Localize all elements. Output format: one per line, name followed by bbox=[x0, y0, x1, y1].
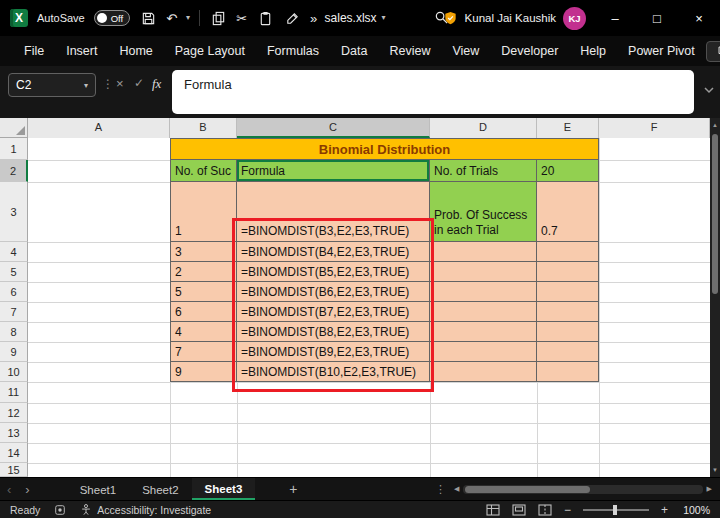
horizontal-scrollbar-thumb[interactable] bbox=[465, 486, 589, 493]
tab-formulas[interactable]: Formulas bbox=[256, 44, 330, 58]
cell-B6[interactable]: 5 bbox=[170, 282, 237, 302]
cell-D9[interactable] bbox=[430, 342, 537, 362]
cell-D7[interactable] bbox=[430, 302, 537, 322]
cell-D10[interactable] bbox=[430, 362, 537, 382]
document-title-group[interactable]: sales.xlsx ▾ bbox=[325, 0, 386, 36]
cell-C2-selected[interactable]: Formula bbox=[237, 160, 430, 182]
row-header-13[interactable]: 13 bbox=[0, 423, 28, 443]
select-all-button[interactable] bbox=[0, 118, 28, 138]
normal-view-icon[interactable] bbox=[486, 504, 500, 516]
scroll-up-icon[interactable]: ▲ bbox=[710, 122, 720, 128]
scroll-down-icon[interactable]: ▼ bbox=[710, 467, 720, 473]
cell-D2[interactable]: No. of Trials bbox=[430, 160, 537, 182]
cell-E10[interactable] bbox=[537, 362, 599, 382]
row-header-9[interactable]: 9 bbox=[0, 342, 28, 362]
cell-E9[interactable] bbox=[537, 342, 599, 362]
confirm-entry-icon[interactable]: ✓ bbox=[134, 76, 144, 90]
cell-B7[interactable]: 6 bbox=[170, 302, 237, 322]
row-header-4[interactable]: 4 bbox=[0, 242, 28, 262]
column-header-D[interactable]: D bbox=[430, 118, 537, 138]
zoom-slider-thumb[interactable] bbox=[613, 505, 617, 515]
insert-function-icon[interactable]: fx bbox=[152, 76, 161, 92]
cell-B4[interactable]: 3 bbox=[170, 242, 237, 262]
cell-C8[interactable]: =BINOMDIST(B8,E2,E3,TRUE) bbox=[237, 322, 430, 342]
vertical-scrollbar[interactable]: ▲ ▼ bbox=[710, 118, 720, 477]
copy-icon[interactable] bbox=[209, 9, 227, 27]
format-painter-icon[interactable] bbox=[283, 9, 301, 27]
cell-B9[interactable]: 7 bbox=[170, 342, 237, 362]
row-header-6[interactable]: 6 bbox=[0, 282, 28, 302]
row-header-8[interactable]: 8 bbox=[0, 322, 28, 342]
row-header-12[interactable]: 12 bbox=[0, 403, 28, 423]
page-layout-view-icon[interactable] bbox=[512, 504, 526, 516]
row-header-1[interactable]: 1 bbox=[0, 138, 28, 160]
zoom-out-button[interactable]: − bbox=[564, 503, 571, 517]
page-break-view-icon[interactable] bbox=[538, 504, 552, 516]
cell-B2[interactable]: No. of Suc bbox=[170, 160, 237, 182]
row-header-10[interactable]: 10 bbox=[0, 362, 28, 382]
sheet-nav-right-icon[interactable]: › bbox=[18, 483, 36, 496]
cell-E7[interactable] bbox=[537, 302, 599, 322]
scroll-right-icon[interactable]: ▶ bbox=[707, 485, 712, 493]
tab-options-dots-icon[interactable]: ⋮ bbox=[435, 483, 454, 496]
macro-record-icon[interactable] bbox=[54, 504, 66, 516]
row-header-15[interactable]: 15 bbox=[0, 463, 28, 477]
sheet-nav-left-icon[interactable]: ‹ bbox=[0, 483, 18, 496]
cell-D4[interactable] bbox=[430, 242, 537, 262]
cell-E4[interactable] bbox=[537, 242, 599, 262]
column-header-F[interactable]: F bbox=[599, 118, 710, 138]
tab-insert[interactable]: Insert bbox=[55, 44, 108, 58]
formula-input[interactable]: Formula bbox=[172, 70, 694, 114]
tab-sheet3[interactable]: Sheet3 bbox=[192, 478, 256, 500]
excel-app-icon[interactable]: X bbox=[10, 9, 28, 27]
user-name[interactable]: Kunal Jai Kaushik bbox=[465, 12, 556, 24]
cell-C3[interactable]: =BINOMDIST(B3,E2,E3,TRUE) bbox=[237, 182, 430, 242]
paste-icon[interactable] bbox=[256, 9, 274, 27]
tab-help[interactable]: Help bbox=[569, 44, 617, 58]
cell-D6[interactable] bbox=[430, 282, 537, 302]
row-header-11[interactable]: 11 bbox=[0, 382, 28, 403]
maximize-button[interactable]: □ bbox=[636, 0, 678, 36]
cell-B1-merged-title[interactable]: Binomial Distribution bbox=[170, 138, 599, 160]
column-header-E[interactable]: E bbox=[537, 118, 599, 138]
avatar[interactable]: KJ bbox=[563, 7, 586, 30]
tab-review[interactable]: Review bbox=[378, 44, 441, 58]
cell-E2[interactable]: 20 bbox=[537, 160, 599, 182]
cell-C7[interactable]: =BINOMDIST(B7,E2,E3,TRUE) bbox=[237, 302, 430, 322]
zoom-level[interactable]: 100% bbox=[680, 504, 710, 516]
name-box-dropdown-icon[interactable]: ▾ bbox=[84, 81, 88, 90]
cell-C9[interactable]: =BINOMDIST(B9,E2,E3,TRUE) bbox=[237, 342, 430, 362]
cell-E6[interactable] bbox=[537, 282, 599, 302]
zoom-in-button[interactable]: + bbox=[661, 503, 668, 517]
horizontal-scrollbar-track[interactable] bbox=[463, 485, 702, 494]
row-header-14[interactable]: 14 bbox=[0, 443, 28, 463]
cancel-entry-icon[interactable]: × bbox=[116, 76, 124, 91]
cell-C6[interactable]: =BINOMDIST(B6,E2,E3,TRUE) bbox=[237, 282, 430, 302]
cell-C10[interactable]: =BINOMDIST(B10,E2,E3,TRUE) bbox=[237, 362, 430, 382]
row-header-7[interactable]: 7 bbox=[0, 302, 28, 322]
comments-button[interactable]: Comments bbox=[706, 41, 720, 62]
cell-B8[interactable]: 4 bbox=[170, 322, 237, 342]
cell-E3[interactable]: 0.7 bbox=[537, 182, 599, 242]
horizontal-scrollbar[interactable]: ◀ ▶ bbox=[454, 482, 712, 496]
cell-B5[interactable]: 2 bbox=[170, 262, 237, 282]
cell-D3[interactable]: Prob. Of Success in each Trial bbox=[430, 182, 537, 242]
tab-file[interactable]: File bbox=[13, 44, 55, 58]
cell-E8[interactable] bbox=[537, 322, 599, 342]
tab-home[interactable]: Home bbox=[108, 44, 163, 58]
autosave-toggle[interactable]: Off bbox=[94, 10, 131, 26]
undo-icon[interactable]: ↶ bbox=[166, 12, 177, 25]
cell-E5[interactable] bbox=[537, 262, 599, 282]
tab-view[interactable]: View bbox=[441, 44, 490, 58]
tab-power-pivot[interactable]: Power Pivot bbox=[617, 44, 706, 58]
tab-page-layout[interactable]: Page Layout bbox=[164, 44, 256, 58]
cell-B10[interactable]: 9 bbox=[170, 362, 237, 382]
cut-icon[interactable]: ✂ bbox=[236, 12, 247, 25]
accessibility-status[interactable]: Accessibility: Investigate bbox=[97, 504, 211, 516]
tab-sheet1[interactable]: Sheet1 bbox=[67, 478, 129, 500]
row-header-5[interactable]: 5 bbox=[0, 262, 28, 282]
cell-D5[interactable] bbox=[430, 262, 537, 282]
save-icon[interactable] bbox=[139, 9, 157, 27]
tab-sheet2[interactable]: Sheet2 bbox=[129, 478, 191, 500]
column-header-C[interactable]: C bbox=[237, 118, 430, 138]
